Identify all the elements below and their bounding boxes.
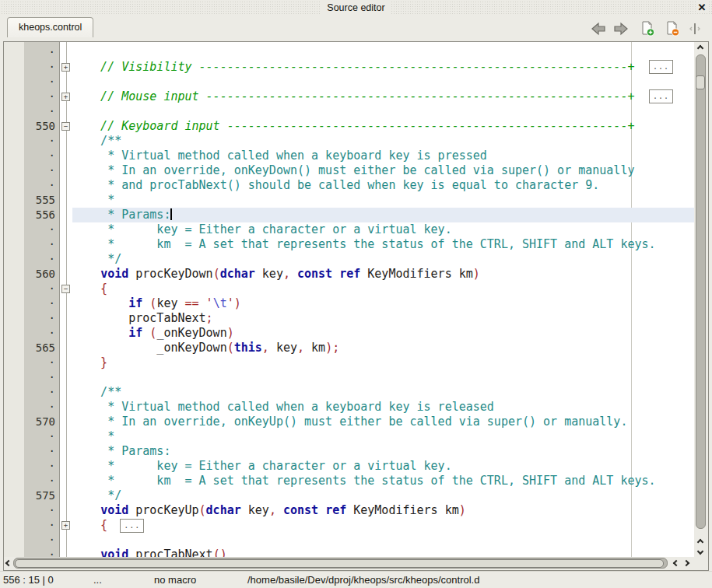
text-caret: [170, 208, 172, 220]
tab-bar: kheops.control: [0, 16, 712, 41]
line-number: ·: [24, 518, 59, 533]
line-number: ·: [24, 149, 59, 163]
code-line[interactable]: /**: [72, 385, 694, 400]
fold-cell: [61, 459, 72, 474]
code-line[interactable]: * In an override, onKeyUp() must either …: [72, 415, 694, 429]
scroll-down-icon[interactable]: [697, 548, 703, 555]
vertical-scrollbar-thumb[interactable]: [696, 75, 705, 89]
scrollbar-corner: [694, 557, 708, 570]
code-token: procTabNext: [128, 548, 212, 557]
code-token: */: [72, 488, 121, 502]
code-token: /**: [72, 134, 121, 148]
code-token: ==: [185, 296, 199, 310]
code-line[interactable]: procTabNext;: [72, 311, 694, 326]
scroll-right-icon[interactable]: [683, 560, 689, 566]
scroll-up-icon[interactable]: [697, 45, 703, 51]
horizontal-scrollbar[interactable]: [4, 557, 694, 570]
code-line[interactable]: * Params:: [72, 444, 694, 459]
code-token: ): [473, 267, 480, 281]
fold-cell: [61, 267, 72, 282]
code-token: this: [234, 341, 262, 355]
code-line[interactable]: * key = Either a character or a virtual …: [72, 222, 694, 237]
code-line[interactable]: void procKeyUp(dchar key, const ref KeyM…: [72, 503, 694, 518]
gutter-margin: [4, 42, 24, 557]
code-line[interactable]: */: [72, 252, 694, 267]
code-line[interactable]: void procKeyDown(dchar key, const ref Ke…: [72, 267, 694, 282]
code-token: [72, 267, 100, 281]
split-view-icon: [688, 22, 702, 36]
code-line[interactable]: *: [72, 193, 694, 208]
code-area[interactable]: // Visibility --------------------------…: [72, 42, 694, 557]
fold-expand-icon[interactable]: +: [61, 63, 70, 72]
go-forward-button[interactable]: [612, 19, 630, 38]
code-token: * key = Either a character or a virtual …: [72, 222, 452, 236]
new-document-button[interactable]: [638, 19, 657, 38]
code-line[interactable]: // Mouse input -------------------------…: [72, 89, 694, 104]
code-line[interactable]: if (_onKeyDown): [72, 326, 694, 341]
code-token: procKeyDown: [128, 267, 212, 281]
scroll-left-icon[interactable]: [5, 560, 12, 566]
scroll-up-icon[interactable]: [697, 539, 703, 545]
code-line[interactable]: * In an override, onKeyDown() must eithe…: [72, 163, 694, 178]
horizontal-scrollbar-thumb[interactable]: [15, 559, 664, 568]
new-document-icon: [640, 21, 655, 37]
code-line[interactable]: [72, 45, 694, 60]
code-line[interactable]: [72, 533, 694, 548]
title-bar[interactable]: Source editor ✕: [0, 0, 712, 16]
source-editor-window: { "window": { "title": "Source editor", …: [0, 0, 712, 588]
code-token: key: [241, 503, 269, 517]
code-line[interactable]: // Keyboard input ----------------------…: [72, 119, 694, 134]
code-token: [72, 548, 100, 557]
collapsed-fold-ellipsis[interactable]: ...: [120, 519, 144, 533]
code-line[interactable]: void procTabNext(): [72, 548, 694, 557]
code-line[interactable]: _onKeyDown(this, key, km);: [72, 341, 694, 355]
vertical-scrollbar-track[interactable]: [696, 54, 706, 529]
fold-gutter: ++−−+: [61, 42, 72, 557]
code-token: {: [72, 282, 107, 296]
code-token: * km = A set that represents the status …: [72, 474, 656, 488]
code-line[interactable]: * km = A set that represents the status …: [72, 237, 694, 252]
code-line[interactable]: * Virtual method called when a keyboard …: [72, 149, 694, 163]
code-line[interactable]: /**: [72, 134, 694, 149]
fold-expand-icon[interactable]: +: [61, 93, 70, 101]
code-line[interactable]: * km = A set that represents the status …: [72, 474, 694, 488]
code-token: * Params:: [72, 208, 170, 222]
code-token: procTabNext: [72, 311, 206, 325]
code-token: [318, 503, 325, 517]
line-number: ·: [24, 385, 59, 400]
window-title: Source editor: [321, 1, 391, 15]
close-document-button[interactable]: [663, 19, 682, 38]
fold-cell: [61, 474, 72, 488]
code-line[interactable]: * and procTabNext() should be called whe…: [72, 178, 694, 193]
fold-expand-icon[interactable]: +: [61, 521, 70, 530]
fold-cell: [61, 178, 72, 193]
code-line[interactable]: * Virtual method called when a keyboard …: [72, 400, 694, 415]
go-back-icon: [590, 22, 607, 36]
close-icon[interactable]: ✕: [696, 1, 708, 13]
code-line[interactable]: *: [72, 429, 694, 444]
fold-collapse-icon[interactable]: −: [61, 285, 70, 293]
code-line[interactable]: }: [72, 355, 694, 370]
tab-kheops-control[interactable]: kheops.control: [7, 17, 93, 37]
fold-collapse-icon[interactable]: −: [61, 122, 70, 131]
vertical-scrollbar[interactable]: [694, 42, 708, 557]
fold-cell: [61, 296, 72, 311]
go-back-button[interactable]: [589, 19, 608, 38]
code-line[interactable]: {...: [72, 518, 694, 533]
scroll-left-icon[interactable]: [673, 560, 679, 566]
code-line[interactable]: {: [72, 282, 694, 296]
collapsed-fold-ellipsis[interactable]: ...: [649, 60, 673, 74]
collapsed-fold-ellipsis[interactable]: ...: [649, 89, 673, 103]
split-view-button[interactable]: [686, 19, 704, 38]
code-line[interactable]: * Params:: [72, 208, 694, 222]
horizontal-scrollbar-track[interactable]: [13, 558, 668, 569]
code-line[interactable]: */: [72, 488, 694, 503]
status-bar: 556 : 15 | 0 ... no macro /home/basile/D…: [0, 571, 712, 588]
code-line[interactable]: [72, 104, 694, 119]
fold-cell: +: [61, 518, 72, 533]
code-line[interactable]: [72, 370, 694, 385]
code-line[interactable]: * key = Either a character or a virtual …: [72, 459, 694, 474]
code-line[interactable]: [72, 75, 694, 89]
code-line[interactable]: if (key == '\t'): [72, 296, 694, 311]
code-line[interactable]: // Visibility --------------------------…: [72, 60, 694, 75]
